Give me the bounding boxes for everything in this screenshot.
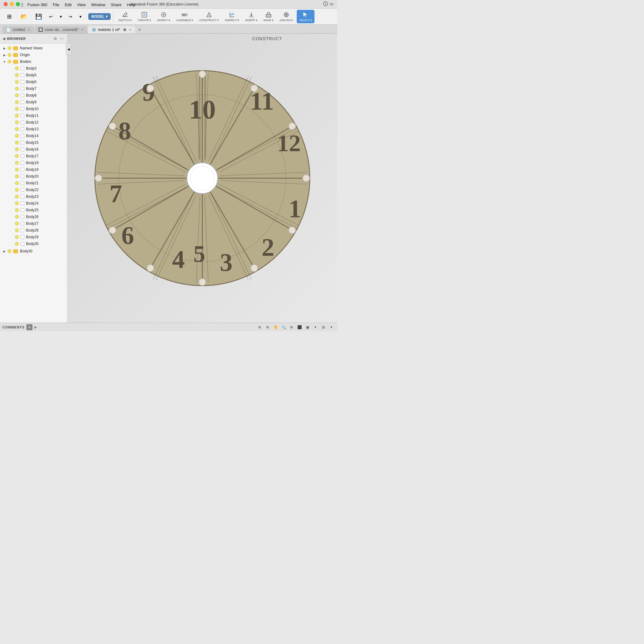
viewport[interactable]: CONSTRUCT — [67, 34, 337, 323]
save-button[interactable]: 💾 — [32, 10, 45, 23]
body22-checkbox[interactable] — [21, 188, 24, 192]
body21-checkbox[interactable] — [21, 181, 24, 185]
tree-item-body24[interactable]: Body24 — [0, 200, 67, 207]
body22-visibility[interactable] — [15, 188, 19, 192]
maximize-button[interactable] — [16, 2, 20, 6]
body13-visibility[interactable] — [15, 127, 19, 131]
body27-checkbox[interactable] — [21, 222, 24, 225]
body13-checkbox[interactable] — [21, 127, 24, 131]
body3-visibility[interactable] — [15, 67, 19, 70]
create-button[interactable]: CREATE ▾ — [135, 10, 154, 23]
tree-item-body29[interactable]: Body29 — [0, 234, 67, 240]
body19-checkbox[interactable] — [21, 168, 24, 171]
body29-visibility[interactable] — [15, 235, 19, 239]
redo-dropdown[interactable]: ▾ — [76, 12, 85, 21]
tree-item-body8[interactable]: Body8 — [0, 92, 67, 99]
nav-mode-btn[interactable]: ⊕ — [256, 324, 263, 331]
tree-item-body25[interactable]: Body25 — [0, 207, 67, 213]
tab-koleloto[interactable]: ⚙️ koleloto 1 v4* ✕ — [88, 26, 135, 33]
orbit-btn[interactable]: ⊕ — [264, 324, 271, 331]
body26-visibility[interactable] — [15, 215, 19, 219]
body28-visibility[interactable] — [15, 228, 19, 232]
menu-window[interactable]: Window — [89, 2, 108, 8]
minimize-button[interactable] — [10, 2, 14, 6]
tree-item-body22[interactable]: Body22 — [0, 186, 67, 193]
comments-expand-icon[interactable]: ▶ — [34, 325, 37, 330]
tree-item-bodies[interactable]: ▼ Bodies — [0, 58, 67, 65]
body8-checkbox[interactable] — [21, 93, 24, 97]
body20-checkbox[interactable] — [21, 174, 24, 178]
tab-cover[interactable]: 🔲 cover att....covered)* ✕ — [35, 26, 88, 33]
browser-settings-icon[interactable]: ⚙ — [52, 36, 58, 41]
tree-item-body11[interactable]: Body11 — [0, 112, 67, 119]
close-button[interactable] — [4, 2, 8, 6]
body16-visibility[interactable] — [15, 147, 19, 151]
tree-item-body13[interactable]: Body13 — [0, 126, 67, 132]
body20-visibility[interactable] — [15, 174, 19, 178]
display-settings-btn[interactable]: ⊞ — [320, 324, 327, 331]
zoom-btn[interactable]: 🔍 — [280, 324, 287, 331]
body5-visibility[interactable] — [15, 73, 19, 77]
menu-fusion360[interactable]: Fusion 360 — [25, 2, 50, 8]
named-views-visibility[interactable] — [8, 46, 11, 50]
menu-help[interactable]: Help — [124, 2, 138, 8]
addins-button[interactable]: ADD-INS ▾ — [277, 10, 295, 23]
menu-edit[interactable]: Edit — [62, 2, 74, 8]
body12-checkbox[interactable] — [21, 120, 24, 124]
body26-checkbox[interactable] — [21, 215, 24, 219]
tab-koleloto-close[interactable]: ✕ — [129, 28, 131, 32]
undo-dropdown[interactable]: ▾ — [56, 12, 65, 21]
undo-button[interactable]: ↩ — [47, 12, 55, 21]
insert-button[interactable]: INSERT ▾ — [243, 10, 260, 23]
body30-checkbox[interactable] — [21, 242, 24, 246]
make-button[interactable]: MAKE ▾ — [261, 10, 276, 23]
body14-checkbox[interactable] — [21, 134, 24, 138]
body11-visibility[interactable] — [15, 114, 19, 117]
tab-add-button[interactable]: + — [136, 26, 143, 33]
tree-item-body9[interactable]: Body9 — [0, 99, 67, 105]
comments-add-btn[interactable]: + — [26, 324, 32, 330]
sketch-button[interactable]: SKETCH ▾ — [116, 10, 134, 23]
assemble-button[interactable]: ASSEMBLE ▾ — [174, 10, 196, 23]
tree-item-body12[interactable]: Body12 — [0, 119, 67, 126]
zoom-fit-btn[interactable]: ⊕ — [288, 324, 295, 331]
tree-item-body3[interactable]: Body3 — [0, 65, 67, 72]
body18-checkbox[interactable] — [21, 161, 24, 165]
body21-visibility[interactable] — [15, 181, 19, 185]
grid-view-btn[interactable]: ▣ — [304, 324, 311, 331]
tree-item-body28[interactable]: Body28 — [0, 227, 67, 234]
body23-visibility[interactable] — [15, 195, 19, 198]
tab-untitled-close[interactable]: ✕ — [28, 28, 30, 32]
body19-visibility[interactable] — [15, 168, 19, 171]
body27-visibility[interactable] — [15, 222, 19, 225]
body7-checkbox[interactable] — [21, 87, 24, 90]
tab-cover-close[interactable]: ✕ — [81, 28, 84, 32]
tree-item-body15[interactable]: Body15 — [0, 139, 67, 146]
body10-visibility[interactable] — [15, 107, 19, 111]
body11-checkbox[interactable] — [21, 114, 24, 117]
tree-item-named-views[interactable]: ▶ Named Views — [0, 45, 67, 51]
tree-item-body30[interactable]: Body30 — [0, 240, 67, 247]
bodies-visibility[interactable] — [8, 60, 11, 63]
body10-checkbox[interactable] — [21, 107, 24, 111]
body3-checkbox[interactable] — [21, 67, 24, 70]
browser-minus-icon[interactable]: — — [59, 36, 65, 41]
body17-checkbox[interactable] — [21, 154, 24, 158]
modify-button[interactable]: MODIFY ▾ — [155, 10, 173, 23]
select-button[interactable]: SELECT ▾ — [297, 10, 314, 23]
visual-style-btn[interactable]: ▾ — [312, 324, 319, 331]
body6-checkbox[interactable] — [21, 80, 24, 84]
tab-untitled[interactable]: 📄 Untitled ✕ — [2, 26, 34, 33]
body8-visibility[interactable] — [15, 93, 19, 97]
tree-item-body14[interactable]: Body14 — [0, 132, 67, 139]
menu-view[interactable]: View — [75, 2, 88, 8]
body24-visibility[interactable] — [15, 201, 19, 205]
body15-visibility[interactable] — [15, 141, 19, 144]
pan-btn[interactable]: 🖐 — [272, 324, 279, 331]
body25-visibility[interactable] — [15, 208, 19, 212]
tree-item-body23[interactable]: Body23 — [0, 193, 67, 200]
body5-checkbox[interactable] — [21, 73, 24, 77]
body14-visibility[interactable] — [15, 134, 19, 138]
body24-checkbox[interactable] — [21, 201, 24, 205]
body29-checkbox[interactable] — [21, 235, 24, 239]
